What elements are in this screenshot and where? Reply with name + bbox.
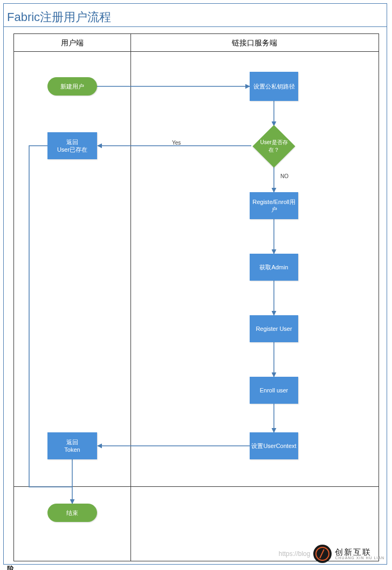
watermark-text: 创新互联 CHUANG XIN HU LIAN	[335, 548, 384, 560]
swimlane-container: 用户端 链接口服务端	[13, 33, 379, 561]
node-enroll-user: Enroll user	[250, 377, 298, 404]
watermark: https://blog 创新互联 CHUANG XIN HU LIAN	[279, 545, 384, 563]
connectors	[14, 51, 379, 561]
lane-header-client: 用户端	[14, 34, 131, 51]
diagram-frame: Fabric注册用户流程 用户端 链接口服务端	[3, 3, 387, 565]
node-enroll: Registe/Enroll用户	[250, 192, 298, 219]
diagram-title: Fabric注册用户流程	[7, 9, 111, 25]
node-set-key-path-label: 设置公私钥路径	[253, 83, 295, 90]
node-enroll-label: Registe/Enroll用户	[250, 198, 298, 214]
watermark-url: https://blog	[279, 550, 311, 558]
node-decision: User是否存在？	[259, 131, 289, 161]
node-start-label: 新建用户	[60, 83, 84, 90]
watermark-brand-py: CHUANG XIN HU LIAN	[335, 556, 384, 560]
node-end: 结束	[47, 504, 97, 522]
watermark-logo-icon	[313, 545, 332, 563]
lane-header-server: 链接口服务端	[130, 34, 379, 51]
node-return-token-l1: 返回	[66, 438, 78, 446]
node-return-token: 返回 Token	[47, 432, 97, 459]
node-decision-label: User是否存在？	[259, 139, 289, 154]
node-set-key-path: 设置公私钥路径	[250, 72, 298, 101]
node-enroll-user-label: Enroll user	[260, 386, 288, 394]
node-get-admin: 获取Admin	[250, 254, 298, 281]
watermark-brand: 创新互联	[335, 548, 384, 556]
node-return-token-l2: Token	[64, 446, 80, 453]
node-user-exists-l1: 返回	[66, 138, 78, 146]
edge-label-no: NO	[280, 173, 288, 179]
node-register-user: Register User	[250, 315, 298, 342]
swimlane-body: 新建用户 设置公私钥路径 User是否存在？ 返回 User已存在 Regist…	[14, 51, 379, 561]
node-get-admin-label: 获取Admin	[259, 263, 288, 271]
node-set-context-label: 设置UserContext	[251, 442, 296, 450]
node-set-context: 设置UserContext	[250, 432, 298, 459]
edge-label-yes: Yes	[172, 140, 181, 146]
node-end-label: 结束	[66, 509, 78, 517]
node-user-exists-l2: User已存在	[57, 146, 87, 153]
node-user-exists: 返回 User已存在	[47, 132, 97, 159]
swimlane-header: 用户端 链接口服务端	[14, 34, 379, 52]
node-register-user-label: Register User	[256, 325, 292, 332]
title-divider	[4, 26, 387, 27]
node-start: 新建用户	[47, 77, 97, 96]
